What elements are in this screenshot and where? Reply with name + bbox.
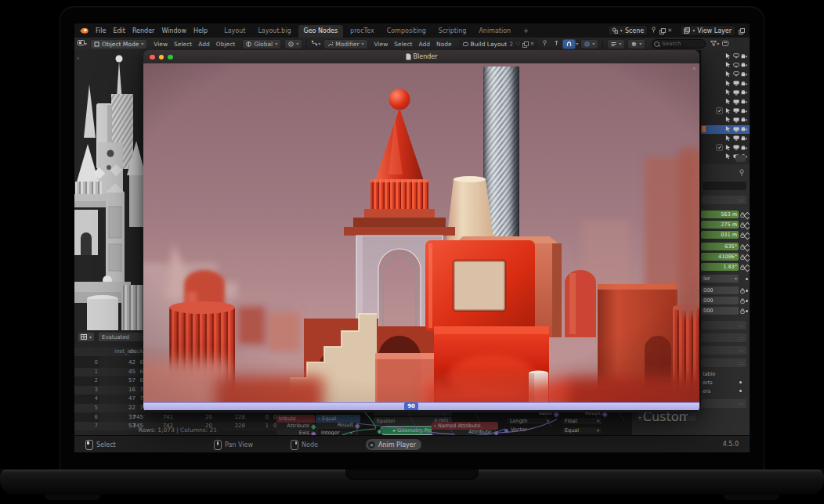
chevron-down-icon[interactable]: ▾ xyxy=(576,41,578,46)
view-layer-selector[interactable]: ▾ View Layer xyxy=(680,25,735,36)
selectability-toggle-icon[interactable] xyxy=(725,117,731,123)
workspace-tab-proctex[interactable]: procTex xyxy=(345,25,380,38)
viewport-visibility-icon[interactable] xyxy=(733,71,739,77)
workspace-tab-scripting[interactable]: Scripting xyxy=(433,25,472,38)
panel-grip-icon[interactable]: ::: xyxy=(738,335,744,340)
panel-grip-icon[interactable]: ::: xyxy=(738,401,744,406)
close-window-button[interactable] xyxy=(150,55,155,60)
editor-type-icon[interactable] xyxy=(78,40,85,48)
outliner-row[interactable] xyxy=(701,134,750,142)
animate-dot-icon[interactable] xyxy=(739,381,742,383)
keyframe-diamond-icon[interactable] xyxy=(744,221,750,229)
selectability-toggle-icon[interactable] xyxy=(725,145,731,151)
viewport-menu-add[interactable]: Add xyxy=(198,41,210,48)
node-menu-select[interactable]: Select xyxy=(394,41,412,48)
proportional-edit-toggle[interactable]: ▾ xyxy=(580,39,598,49)
pin-icon[interactable] xyxy=(651,27,656,34)
viewport-menu-object[interactable]: Object xyxy=(216,41,235,48)
chevron-down-icon[interactable]: ▾ xyxy=(85,41,87,46)
rotation-field[interactable]: 41086° xyxy=(701,253,739,261)
scene-name[interactable]: Scene xyxy=(625,27,644,34)
blender-logo-icon[interactable] xyxy=(79,27,89,36)
workspace-tab-layout-big[interactable]: Layout.big xyxy=(252,25,296,38)
collapsed-panel-header[interactable]: ::: xyxy=(701,346,746,355)
scale-field[interactable]: 000 xyxy=(701,307,739,315)
workspace-tab--[interactable]: + xyxy=(518,25,534,38)
lock-icon[interactable] xyxy=(740,308,745,314)
menu-edit[interactable]: Edit xyxy=(113,27,125,34)
copy-icon[interactable] xyxy=(522,41,527,47)
viewport-visibility-icon[interactable] xyxy=(733,63,739,68)
workspace-tab-compositing[interactable]: Compositing xyxy=(381,25,432,38)
viewport-visibility-icon[interactable] xyxy=(733,90,739,95)
menu-help[interactable]: Help xyxy=(193,27,208,34)
outliner-search[interactable] xyxy=(652,39,706,49)
selectability-toggle-icon[interactable] xyxy=(725,81,731,87)
animate-dot-icon[interactable] xyxy=(746,290,748,292)
outliner-row[interactable] xyxy=(701,52,750,60)
keyframe-diamond-icon[interactable] xyxy=(744,254,750,261)
selectability-toggle-icon[interactable] xyxy=(725,135,731,142)
view-options-chevron-icon[interactable]: ▾ xyxy=(692,66,696,72)
viewport-visibility-icon[interactable] xyxy=(733,135,739,141)
viewport-visibility-icon[interactable] xyxy=(733,53,739,59)
keyframe-diamond-icon[interactable] xyxy=(744,243,750,250)
spreadsheet-row[interactable]: 6377457412022800. xyxy=(74,413,281,422)
pin-icon[interactable] xyxy=(739,169,745,176)
mode-dropdown[interactable]: Object Mode ▾ xyxy=(90,39,147,49)
shading-dropdown[interactable]: ▾ xyxy=(627,39,645,49)
fake-user-heart-icon[interactable]: ♡ xyxy=(515,41,520,47)
node-editor-type-icon[interactable] xyxy=(311,40,318,48)
outliner-row[interactable] xyxy=(701,106,750,115)
scene-selector[interactable]: ▾ Scene xyxy=(608,25,648,36)
zoom-window-button[interactable] xyxy=(168,55,173,60)
animate-dot-icon[interactable] xyxy=(746,310,748,312)
data-path-field[interactable] xyxy=(703,182,746,190)
keyframe-diamond-icon[interactable] xyxy=(744,232,750,239)
viewport-visibility-icon[interactable] xyxy=(733,117,739,123)
node-menu-view[interactable]: View xyxy=(374,41,389,48)
visibility-checkbox[interactable] xyxy=(716,107,723,114)
outliner-scroll-chevron[interactable]: ▾ xyxy=(735,155,746,162)
animate-dot-icon[interactable] xyxy=(746,300,748,302)
animate-dot-icon[interactable] xyxy=(746,278,748,280)
selectability-toggle-icon[interactable] xyxy=(725,108,731,114)
viewport-visibility-icon[interactable] xyxy=(733,81,739,86)
panel-grip-icon[interactable]: ::: xyxy=(738,360,744,365)
collapsed-panel-header[interactable]: ::: xyxy=(701,358,746,367)
filter-funnel-icon[interactable] xyxy=(710,41,717,48)
snap-toggle[interactable] xyxy=(562,39,576,49)
viewport-visibility-icon[interactable] xyxy=(733,99,739,105)
view-layer-name[interactable]: View Layer xyxy=(697,27,732,34)
parent-transform-icon[interactable] xyxy=(554,40,559,48)
selectability-toggle-icon[interactable] xyxy=(725,62,731,68)
render-visibility-icon[interactable] xyxy=(741,136,747,141)
copy-icon[interactable] xyxy=(660,28,664,34)
render-visibility-icon[interactable] xyxy=(741,81,747,86)
selectability-toggle-icon[interactable] xyxy=(725,153,731,160)
render-visibility-icon[interactable] xyxy=(741,127,747,131)
chevron-down-icon[interactable]: ▾ xyxy=(318,41,320,46)
selectability-toggle-icon[interactable] xyxy=(725,71,731,77)
minimize-window-button[interactable] xyxy=(159,55,164,60)
workspace-tab-animation[interactable]: Animation xyxy=(473,25,516,38)
render-visibility-icon[interactable] xyxy=(741,109,747,113)
custom-properties-panel[interactable]: ▸ Custom Properties ::: xyxy=(637,412,696,421)
panel-grip-icon[interactable]: ::: xyxy=(738,347,744,353)
toolbar-expand-icon[interactable]: › xyxy=(77,55,79,62)
viewport-visibility-icon[interactable] xyxy=(733,145,739,150)
render-visibility-icon[interactable] xyxy=(741,63,747,67)
panel-grip-icon[interactable]: ::: xyxy=(738,197,744,203)
viewport-menu-select[interactable]: Select xyxy=(174,41,192,48)
collapsed-panel-header[interactable]: ::: xyxy=(701,321,746,329)
animate-dot-icon[interactable] xyxy=(739,390,742,392)
spreadsheet-icon-dropdown[interactable]: ▾ xyxy=(78,332,95,342)
rotation-mode-dropdown[interactable]: ler▾ xyxy=(701,275,739,283)
selectability-toggle-icon[interactable] xyxy=(725,53,731,59)
node-menu-node[interactable]: Node xyxy=(436,41,452,48)
window-titlebar[interactable]: Blender xyxy=(143,50,699,64)
chevron-down-icon[interactable]: ▾ xyxy=(717,41,719,46)
lock-icon[interactable] xyxy=(740,288,745,293)
outliner-row[interactable] xyxy=(701,88,750,97)
display-mode-dropdown[interactable]: ▾ xyxy=(607,39,625,49)
